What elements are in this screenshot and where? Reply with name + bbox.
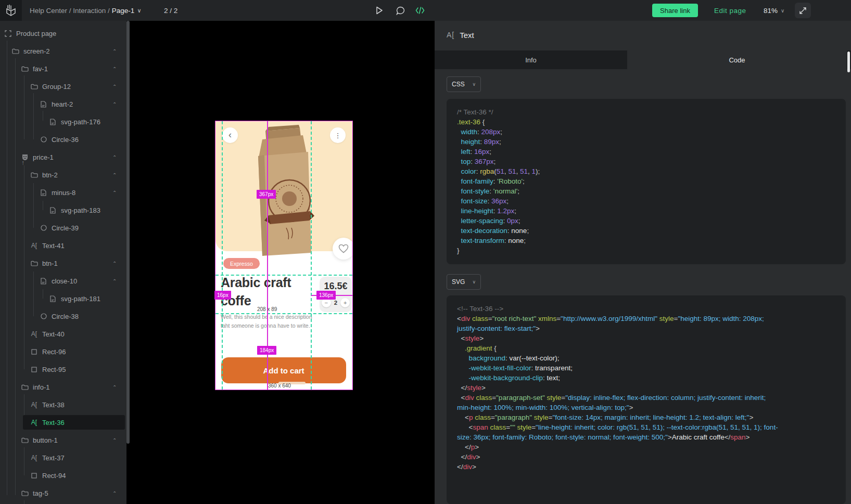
chevron-up-icon[interactable]: ⌃ — [112, 190, 117, 196]
code-line: size: 36px; font-family: Roboto; font-st… — [457, 432, 835, 442]
pencil-cup-icon — [5, 4, 17, 17]
chevron-down-icon[interactable]: ∨ — [137, 7, 141, 14]
layer-row-tag-5[interactable]: tag-5⌃ — [0, 486, 126, 500]
dots-vertical-icon: ⋮ — [335, 132, 341, 139]
layer-row-rect-95[interactable]: Rect-95 — [0, 363, 126, 376]
layer-row-minus-8[interactable]: minus-8⌃ — [0, 186, 126, 199]
comment-button[interactable] — [392, 0, 408, 21]
text-layer-icon: A[ — [30, 454, 38, 462]
text-tool-icon: A[ — [447, 31, 454, 39]
edit-page-link[interactable]: Edit page — [714, 0, 746, 21]
chevron-up-icon[interactable]: ⌃ — [112, 66, 117, 72]
code-line: -webkit-text-fill-color: transparent; — [457, 363, 835, 373]
layer-row-svg-path-183[interactable]: svg-path-183 — [0, 203, 126, 217]
layer-row-rect-96[interactable]: Rect-96 — [0, 345, 126, 358]
tab-code[interactable]: Code — [627, 50, 847, 69]
app-logo[interactable] — [0, 0, 22, 21]
file-layer-icon — [40, 189, 47, 197]
frame-dimensions: 360 x 640 — [268, 383, 291, 389]
chevron-up-icon[interactable]: ⌃ — [112, 172, 117, 178]
code-line: text-decoration: none; — [457, 226, 835, 236]
page-counter: 2 / 2 — [164, 0, 177, 21]
circle-layer-icon — [40, 224, 47, 232]
layer-label: Group-12 — [42, 83, 71, 91]
chevron-up-icon[interactable]: ⌃ — [112, 261, 117, 266]
svg-format-dropdown[interactable]: SVG ∨ — [447, 274, 481, 290]
chevron-up-icon[interactable]: ⌃ — [112, 48, 117, 54]
chevron-up-icon[interactable]: ⌃ — [112, 84, 117, 89]
chevron-up-icon[interactable]: ⌃ — [112, 490, 117, 496]
favorite-button[interactable] — [333, 238, 352, 260]
circle-layer-icon — [40, 313, 47, 320]
layer-row-text-36[interactable]: A[Text-36 — [0, 416, 126, 429]
code-view-button[interactable] — [412, 0, 428, 21]
layer-row-text-41[interactable]: A[Text-41 — [0, 239, 126, 252]
css-code-block[interactable]: /* Text-36 */.text-36 { width: 208px; he… — [447, 99, 846, 264]
svg-code-block[interactable]: <!-- Text-36 --><div class="root rich-te… — [447, 295, 846, 504]
layer-row-circle-38[interactable]: Circle-38 — [0, 309, 126, 323]
code-line: top: 367px; — [457, 157, 835, 166]
layer-row-svg-path-181[interactable]: svg-path-181 — [0, 292, 126, 305]
more-menu-button[interactable]: ⋮ — [330, 127, 346, 143]
layer-row-heart-2[interactable]: heart-2⌃ — [0, 97, 126, 111]
css-dropdown-label: CSS — [452, 81, 465, 88]
layer-row-btn-2[interactable]: btn-2⌃ — [0, 168, 126, 182]
zoom-control[interactable]: 81% ∨ — [764, 0, 784, 21]
product-description: Well, this should be a nice description … — [221, 313, 317, 330]
measure-badge-367: 367px — [257, 190, 276, 199]
product-tag[interactable]: Expresso — [223, 258, 260, 269]
breadcrumb[interactable]: Help Center / Interaction / Page-1 ∨ — [30, 0, 141, 21]
panel-title: Text — [460, 31, 474, 40]
folder-layer-icon — [21, 383, 29, 391]
sidebar-scrollbar[interactable] — [126, 21, 130, 444]
tab-info[interactable]: Info — [435, 50, 627, 69]
code-line: height: 89px; — [457, 137, 835, 147]
css-format-dropdown[interactable]: CSS ∨ — [447, 76, 481, 92]
layer-row-btn-1[interactable]: btn-1⌃ — [0, 256, 126, 270]
layer-row-circle-39[interactable]: Circle-39 — [0, 221, 126, 235]
layer-row-screen-2[interactable]: screen-2⌃ — [0, 44, 126, 58]
measure-badge-16: 16px — [214, 291, 231, 300]
code-line: } — [457, 245, 835, 255]
layer-label: Circle-36 — [52, 136, 79, 144]
layer-row-rect-94[interactable]: Rect-94 — [0, 469, 126, 482]
breadcrumb-current-page[interactable]: Page-1 — [112, 7, 135, 15]
layer-row-price-1[interactable]: price-1⌃ — [0, 150, 126, 164]
back-chevron-icon: ‹ — [228, 130, 232, 139]
layer-row-text-38[interactable]: A[Text-38 — [0, 398, 126, 411]
layer-row-text-37[interactable]: A[Text-37 — [0, 451, 126, 464]
code-line: <div class="root rich-text" xmlns="http:… — [457, 314, 835, 324]
chevron-up-icon[interactable]: ⌃ — [112, 101, 117, 107]
layer-row-group-12[interactable]: Group-12⌃ — [0, 80, 126, 93]
code-line: line-height: 1.2px; — [457, 206, 835, 216]
chevron-up-icon[interactable]: ⌃ — [112, 437, 117, 443]
layer-label: Rect-96 — [42, 348, 66, 356]
fullscreen-button[interactable] — [795, 3, 811, 18]
layer-row-close-10[interactable]: close-10⌃ — [0, 274, 126, 288]
layer-row-info-1[interactable]: info-1⌃ — [0, 380, 126, 394]
canvas[interactable]: ‹ ⋮ Expresso Arabic craft coffe 16.5€ − … — [126, 21, 435, 504]
layer-row-svg-path-176[interactable]: svg-path-176 — [0, 115, 126, 128]
layer-row-button-1[interactable]: button-1⌃ — [0, 433, 126, 447]
layer-label: Text-41 — [42, 242, 65, 250]
phone-frame[interactable]: ‹ ⋮ Expresso Arabic craft coffe 16.5€ − … — [215, 121, 352, 390]
layer-row-text-40[interactable]: A[Text-40 — [0, 327, 126, 341]
top-bar: Help Center / Interaction / Page-1 ∨ 2 /… — [0, 0, 851, 21]
folder-layer-icon — [30, 83, 38, 91]
layer-label: svg-path-176 — [61, 118, 100, 126]
back-button[interactable]: ‹ — [222, 127, 238, 143]
add-to-cart-button[interactable]: Add to cart — [221, 357, 346, 383]
share-link-button[interactable]: Share link — [652, 4, 698, 17]
code-line: -webkit-background-clip: text; — [457, 373, 835, 383]
layer-row-fav-1[interactable]: fav-1⌃ — [0, 62, 126, 75]
play-button[interactable] — [372, 0, 387, 21]
layer-row-product page[interactable]: Product page — [0, 27, 126, 40]
folder-layer-icon — [21, 489, 29, 497]
layer-row-circle-36[interactable]: Circle-36 — [0, 133, 126, 146]
panel-scrollbar[interactable] — [847, 51, 850, 72]
chevron-up-icon[interactable]: ⌃ — [112, 278, 117, 284]
chevron-up-icon[interactable]: ⌃ — [112, 154, 117, 160]
quantity-plus-button[interactable]: + — [340, 298, 350, 307]
chevron-up-icon[interactable]: ⌃ — [112, 384, 117, 390]
layer-label: minus-8 — [52, 189, 75, 197]
